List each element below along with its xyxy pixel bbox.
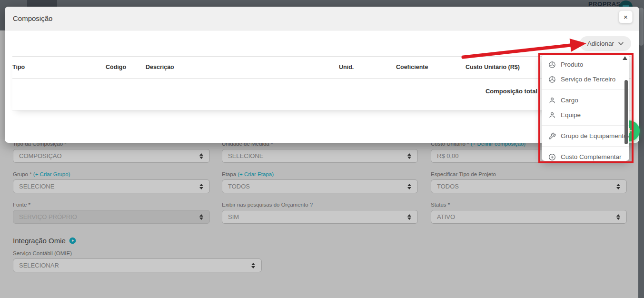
menu-item-cargo[interactable]: Cargo: [542, 93, 629, 108]
adicionar-dropdown-menu: Produto Serviço de Terceiro Cargo Equipe: [542, 55, 629, 161]
user-icon: [548, 97, 556, 104]
menu-divider: [542, 146, 629, 147]
menu-item-label: Produto: [561, 61, 583, 68]
tool-icon: [548, 132, 556, 140]
dropdown-scrollbar-thumb[interactable]: [624, 80, 628, 144]
menu-item-grupo-equipamentos[interactable]: Grupo de Equipamentos: [542, 129, 629, 143]
column-header-tipo: Tipo: [12, 64, 25, 70]
user-icon: [548, 111, 556, 119]
column-header-descricao: Descrição: [146, 64, 174, 70]
menu-divider: [542, 125, 629, 126]
modal-header: Composição ×: [5, 7, 639, 30]
column-header-codigo: Código: [106, 64, 126, 70]
menu-item-equipe[interactable]: Equipe: [542, 108, 629, 122]
menu-item-label: Serviço de Terceiro: [561, 76, 615, 83]
menu-item-custo-complementar[interactable]: Custo Complementar: [542, 149, 629, 161]
menu-item-label: Equipe: [561, 111, 581, 119]
adicionar-label: Adicionar: [587, 40, 614, 47]
dropdown-scroll-up-icon[interactable]: [623, 56, 627, 60]
table-header-row: Tipo Código Descrição Unid. Coeficiente …: [12, 56, 631, 79]
menu-item-label: Cargo: [561, 97, 578, 104]
adicionar-button[interactable]: Adicionar: [580, 36, 631, 51]
composicao-total-row: Composição total: [12, 79, 631, 104]
column-header-unid: Unid.: [339, 64, 354, 70]
close-icon: ×: [624, 13, 628, 21]
menu-item-produto[interactable]: Produto: [542, 57, 629, 72]
composicao-table: Tipo Código Descrição Unid. Coeficiente …: [12, 56, 631, 110]
composicao-total-label: Composição total: [485, 88, 537, 95]
menu-divider: [542, 89, 629, 90]
app-root: PROPRAS Tipo da Composição * COMPOSIÇÃO …: [0, 0, 644, 298]
chevron-down-icon: [618, 42, 624, 45]
box-icon: [548, 61, 556, 69]
menu-item-label: Grupo de Equipamentos: [561, 132, 629, 139]
menu-item-servico-terceiro[interactable]: Serviço de Terceiro: [542, 72, 629, 87]
menu-item-label: Custo Complementar: [561, 153, 622, 160]
modal-title: Composição: [13, 14, 52, 22]
column-header-custo-unitario: Custo Unitário (R$): [466, 64, 520, 70]
box-icon: [548, 76, 556, 83]
column-header-coeficiente: Coeficiente: [396, 64, 428, 70]
plus-circle-icon: [548, 153, 556, 161]
close-button[interactable]: ×: [619, 10, 633, 23]
